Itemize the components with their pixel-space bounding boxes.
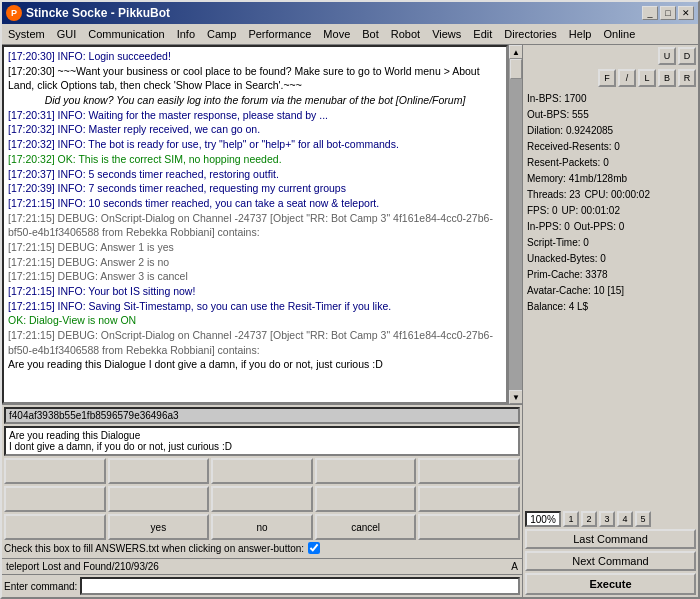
- dialog-btn-3-1[interactable]: [4, 514, 106, 540]
- log-line: [17:20:32] INFO: The bot is ready for us…: [8, 137, 502, 152]
- stat-unacked-bytes: Unacked-Bytes: 0: [525, 251, 696, 267]
- right-panel: U D F / L B R In-BPS: 1700 Out-BPS: 555 …: [523, 45, 698, 597]
- log-line: [17:20:39] INFO: 7 seconds timer reached…: [8, 181, 502, 196]
- next-command-button[interactable]: Next Command: [525, 551, 696, 571]
- title-buttons: _ □ ✕: [642, 6, 694, 20]
- log-line: [17:21:15] INFO: Your bot IS sitting now…: [8, 284, 502, 299]
- answer-row: Check this box to fill ANSWERS.txt when …: [4, 542, 520, 554]
- stat-threads: Threads: 23: [527, 187, 580, 203]
- dialog-id: f404af3938b55e1fb8596579e36496a3: [4, 407, 520, 424]
- left-panel: [17:20:30] INFO: Login succeeded! [17:20…: [2, 45, 523, 597]
- stat-memory: Memory: 41mb/128mb: [525, 171, 696, 187]
- execute-button[interactable]: Execute: [525, 573, 696, 595]
- menu-performance[interactable]: Performance: [242, 26, 317, 42]
- dialog-btn-2-4[interactable]: [315, 486, 417, 512]
- menu-edit[interactable]: Edit: [467, 26, 498, 42]
- dialog-btn-2-3[interactable]: [211, 486, 313, 512]
- log-line: [17:20:30] ~~~Want your business or cool…: [8, 64, 502, 93]
- menu-directories[interactable]: Directories: [498, 26, 563, 42]
- dialog-text: Are you reading this DialogueI dont give…: [4, 426, 520, 456]
- dialog-btn-1-4[interactable]: [315, 458, 417, 484]
- scroll-thumb[interactable]: [510, 59, 522, 79]
- maximize-button[interactable]: □: [660, 6, 676, 20]
- dialog-btn-3-5[interactable]: [418, 514, 520, 540]
- dialog-btn-1-1[interactable]: [4, 458, 106, 484]
- menu-system[interactable]: System: [2, 26, 51, 42]
- menu-online[interactable]: Online: [597, 26, 641, 42]
- scroll-track[interactable]: [509, 59, 522, 390]
- log-area[interactable]: [17:20:30] INFO: Login succeeded! [17:20…: [2, 45, 508, 404]
- menu-help[interactable]: Help: [563, 26, 598, 42]
- zoom-btn-5[interactable]: 5: [635, 511, 651, 527]
- log-line: [17:20:32] INFO: Master reply received, …: [8, 122, 502, 137]
- scroll-f-button[interactable]: F: [598, 69, 616, 87]
- zoom-btn-1[interactable]: 1: [563, 511, 579, 527]
- dialog-btn-yes[interactable]: yes: [108, 514, 210, 540]
- dialog-btn-cancel[interactable]: cancel: [315, 514, 417, 540]
- answer-checkbox-label: Check this box to fill ANSWERS.txt when …: [4, 543, 304, 554]
- stat-out-bps: Out-BPS: 555: [525, 107, 696, 123]
- close-button[interactable]: ✕: [678, 6, 694, 20]
- minimize-button[interactable]: _: [642, 6, 658, 20]
- log-line: [17:21:15] DEBUG: Answer 3 is cancel: [8, 269, 502, 284]
- scroll-r-button[interactable]: R: [678, 69, 696, 87]
- dialog-button-grid: yes no cancel: [4, 458, 520, 540]
- stats-area: In-BPS: 1700 Out-BPS: 555 Dilation: 0.92…: [525, 91, 696, 511]
- scroll-u-button[interactable]: U: [658, 47, 676, 65]
- log-scroll-container: [17:20:30] INFO: Login succeeded! [17:20…: [2, 45, 522, 404]
- stat-out-pps: Out-PPS: 0: [574, 219, 625, 235]
- dialog-btn-1-2[interactable]: [108, 458, 210, 484]
- scroll-indicator: A: [511, 561, 518, 572]
- menu-gui[interactable]: GUI: [51, 26, 83, 42]
- zoom-btn-2[interactable]: 2: [581, 511, 597, 527]
- window-title: Stincke Socke - PikkuBot: [26, 6, 170, 20]
- menu-bot[interactable]: Bot: [356, 26, 385, 42]
- stat-cpu: CPU: 00:00:02: [584, 187, 650, 203]
- log-line: [17:20:31] INFO: Waiting for the master …: [8, 108, 502, 123]
- main-content: [17:20:30] INFO: Login succeeded! [17:20…: [2, 45, 698, 597]
- scroll-d-button[interactable]: D: [678, 47, 696, 65]
- zoom-btn-3[interactable]: 3: [599, 511, 615, 527]
- dialog-btn-no[interactable]: no: [211, 514, 313, 540]
- stat-up: UP: 00:01:02: [562, 203, 620, 219]
- scroll-up-arrow[interactable]: ▲: [509, 45, 522, 59]
- command-input[interactable]: [80, 577, 520, 595]
- scroll-l-button[interactable]: L: [638, 69, 656, 87]
- menu-robot[interactable]: Robot: [385, 26, 426, 42]
- log-line: [17:20:30] INFO: Login succeeded!: [8, 49, 502, 64]
- app-icon: P: [6, 5, 22, 21]
- stat-avatar-cache: Avatar-Cache: 10 [15]: [525, 283, 696, 299]
- last-command-button[interactable]: Last Command: [525, 529, 696, 549]
- dialog-btn-1-3[interactable]: [211, 458, 313, 484]
- log-line: [17:21:15] DEBUG: Answer 1 is yes: [8, 240, 502, 255]
- scroll-slash-button[interactable]: /: [618, 69, 636, 87]
- menu-camp[interactable]: Camp: [201, 26, 242, 42]
- scroll-down-arrow[interactable]: ▼: [509, 390, 522, 404]
- stat-received-resents: Received-Resents: 0: [525, 139, 696, 155]
- menu-move[interactable]: Move: [317, 26, 356, 42]
- dialog-id-bar: f404af3938b55e1fb8596579e36496a3: [4, 407, 520, 424]
- dialog-btn-1-5[interactable]: [418, 458, 520, 484]
- zoom-btn-4[interactable]: 4: [617, 511, 633, 527]
- log-line: Did you know? You can easily log into th…: [8, 93, 502, 108]
- stat-in-bps: In-BPS: 1700: [525, 91, 696, 107]
- zoom-input[interactable]: [525, 511, 561, 527]
- menu-communication[interactable]: Communication: [82, 26, 170, 42]
- scroll-b-button[interactable]: B: [658, 69, 676, 87]
- log-line: [17:21:15] DEBUG: OnScript-Dialog on Cha…: [8, 211, 502, 240]
- dialog-btn-2-2[interactable]: [108, 486, 210, 512]
- zoom-row: 1 2 3 4 5: [525, 511, 696, 527]
- log-line: [17:20:32] OK: This is the correct SIM, …: [8, 152, 502, 167]
- dialog-btn-2-1[interactable]: [4, 486, 106, 512]
- stat-script-time: Script-Time: 0: [525, 235, 696, 251]
- position-bar: teleport Lost and Found/210/93/26 A: [2, 558, 522, 574]
- menu-views[interactable]: Views: [426, 26, 467, 42]
- stat-fps: FPS: 0: [527, 203, 558, 219]
- menu-info[interactable]: Info: [171, 26, 201, 42]
- answer-checkbox[interactable]: [308, 542, 320, 554]
- dialog-btn-2-5[interactable]: [418, 486, 520, 512]
- command-input-row: Enter command:: [2, 574, 522, 597]
- log-line: [17:21:15] INFO: Saving Sit-Timestamp, s…: [8, 299, 502, 314]
- position-text: teleport Lost and Found/210/93/26: [6, 561, 159, 572]
- log-scrollbar[interactable]: ▲ ▼: [508, 45, 522, 404]
